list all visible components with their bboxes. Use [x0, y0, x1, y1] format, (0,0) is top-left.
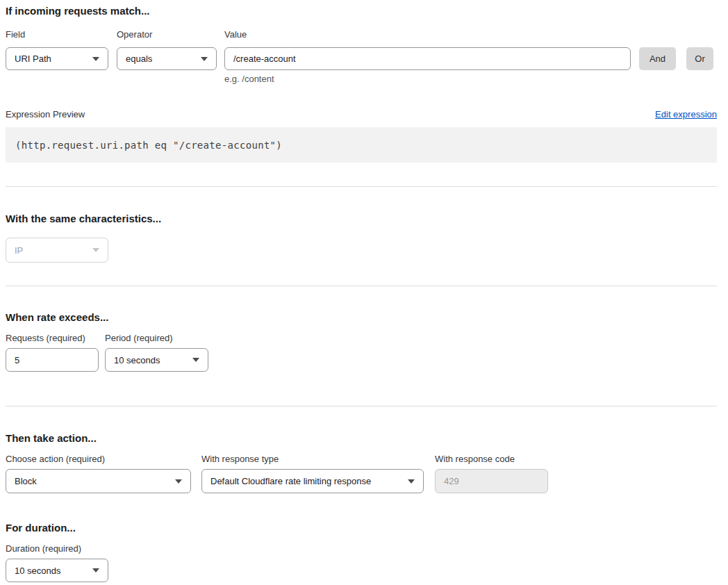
duration-section-heading: For duration... [6, 522, 717, 534]
logic-buttons: And Or [631, 47, 713, 70]
response-type-select[interactable]: Default Cloudflare rate limiting respons… [201, 469, 424, 493]
requests-input[interactable] [6, 348, 99, 372]
response-code-group: With response code [435, 454, 548, 493]
period-select[interactable]: 10 seconds [105, 348, 208, 372]
characteristic-select-value: IP [15, 245, 23, 256]
characteristic-select: IP [6, 238, 108, 263]
section-divider [6, 286, 717, 286]
characteristics-section-heading: With the same characteristics... [6, 213, 717, 225]
response-code-input [435, 469, 548, 493]
duration-label: Duration (required) [6, 544, 717, 554]
and-button[interactable]: And [639, 47, 676, 70]
match-section-heading: If incoming requests match... [6, 5, 717, 17]
period-group: Period (required) 10 seconds [105, 333, 208, 372]
operator-select-value: equals [126, 53, 152, 64]
edit-expression-link[interactable]: Edit expression [655, 109, 717, 120]
expression-code: (http.request.uri.path eq "/create-accou… [6, 127, 717, 163]
chevron-down-icon [92, 248, 99, 252]
chevron-down-icon [92, 568, 99, 572]
value-hint: e.g. /content [224, 74, 631, 84]
or-button[interactable]: Or [686, 47, 713, 70]
response-type-label: With response type [201, 454, 424, 464]
rate-limit-rule-form: If incoming requests match... Field URI … [0, 0, 728, 585]
response-type-select-value: Default Cloudflare rate limiting respons… [210, 476, 371, 486]
choose-action-group: Choose action (required) Block [6, 454, 191, 493]
value-group: Value e.g. /content [224, 30, 631, 84]
chevron-down-icon [408, 479, 415, 484]
section-divider [6, 406, 717, 406]
duration-select[interactable]: 10 seconds [6, 559, 108, 582]
section-divider [6, 186, 717, 187]
operator-select[interactable]: equals [117, 47, 217, 70]
duration-select-value: 10 seconds [15, 566, 61, 576]
period-select-value: 10 seconds [114, 355, 160, 365]
chevron-down-icon [201, 57, 208, 61]
period-label: Period (required) [105, 333, 208, 343]
value-label: Value [224, 30, 631, 40]
requests-group: Requests (required) [6, 333, 99, 372]
field-select[interactable]: URI Path [6, 47, 108, 70]
requests-label: Requests (required) [6, 333, 99, 343]
choose-action-label: Choose action (required) [6, 454, 191, 464]
value-input[interactable] [224, 47, 631, 70]
match-expression-row: Field URI Path Operator equals Value e.g… [6, 30, 717, 84]
response-code-label: With response code [435, 454, 548, 464]
rate-section-heading: When rate exceeds... [6, 311, 717, 324]
chevron-down-icon [192, 358, 199, 362]
field-label: Field [6, 30, 108, 40]
action-select-value: Block [15, 476, 37, 486]
action-select[interactable]: Block [6, 469, 191, 493]
field-group: Field URI Path [6, 30, 108, 70]
rate-row: Requests (required) Period (required) 10… [6, 333, 717, 372]
chevron-down-icon [175, 479, 182, 484]
expression-preview-row: Expression Preview Edit expression [6, 109, 717, 120]
action-section-heading: Then take action... [6, 432, 717, 445]
response-type-group: With response type Default Cloudflare ra… [201, 454, 424, 493]
expression-preview-label: Expression Preview [6, 109, 85, 120]
operator-group: Operator equals [117, 30, 217, 70]
duration-group: Duration (required) 10 seconds [6, 544, 717, 582]
field-select-value: URI Path [15, 53, 51, 64]
action-row: Choose action (required) Block With resp… [6, 454, 717, 493]
chevron-down-icon [92, 57, 99, 61]
operator-label: Operator [117, 30, 217, 40]
